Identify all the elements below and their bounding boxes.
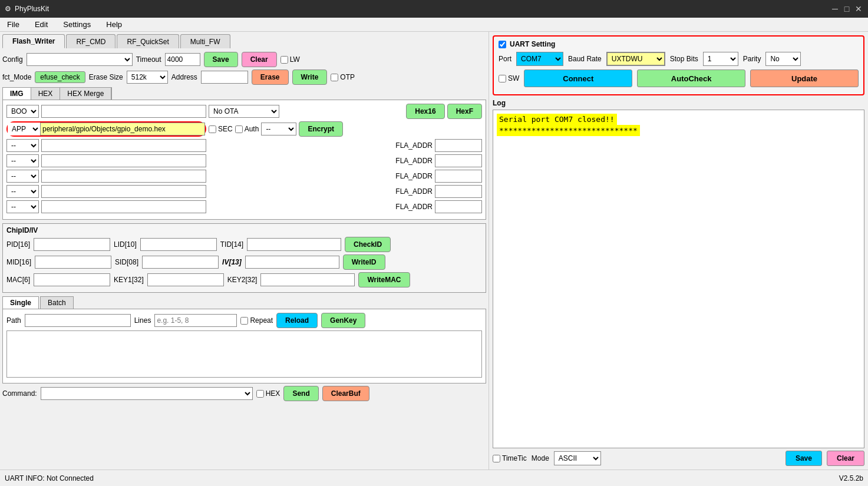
type-select-1[interactable]: BOO APP [6,105,39,118]
hex16-button[interactable]: Hex16 [406,104,444,119]
writeid-button[interactable]: WriteID [343,254,385,270]
type-select-5[interactable]: -- [6,170,39,183]
iv13-input[interactable] [245,256,339,269]
maximize-button[interactable]: □ [842,4,852,14]
type-select-6[interactable]: -- [6,185,39,198]
key2-input[interactable] [260,273,355,286]
tab-hex-merge[interactable]: HEX Merge [60,88,111,100]
single-path-input[interactable] [25,314,131,327]
writemac-button[interactable]: WriteMAC [358,272,410,287]
sec-checkbox[interactable] [209,125,216,133]
otp-checkbox[interactable] [331,74,338,81]
autocheck-button[interactable]: AutoCheck [637,70,745,87]
type-select-7[interactable]: -- [6,200,39,213]
tab-single[interactable]: Single [2,296,39,309]
otp-checkbox-label[interactable]: OTP [331,73,355,81]
auth-checkbox[interactable] [235,125,243,133]
checkid-button[interactable]: CheckID [345,237,391,252]
minimize-button[interactable]: ─ [830,4,840,14]
mode-select[interactable]: ASCII HEX [554,451,601,465]
mac-input[interactable] [34,273,110,286]
app-path-input[interactable]: peripheral/gpio/Objects/gpio_demo.hex [40,123,205,135]
single-textarea[interactable] [6,330,482,378]
clearbuf-button[interactable]: ClearBuf [322,386,369,401]
erase-button[interactable]: Erase [252,70,289,85]
mid-input[interactable] [35,256,111,269]
parity-select[interactable]: No Even Odd [765,52,801,66]
tab-hex[interactable]: HEX [31,88,61,100]
path-input-7[interactable] [41,200,206,213]
baud-select[interactable]: UXTDWU 115200 9600 [606,52,665,66]
lid-input[interactable] [140,238,217,251]
command-select[interactable] [41,387,253,400]
lw-checkbox-label[interactable]: LW [280,55,300,64]
menu-file[interactable]: File [2,19,24,30]
pid-input[interactable] [34,238,110,251]
ota-select[interactable]: No OTA OTA [209,105,279,118]
sw-checkbox[interactable] [499,75,506,82]
app-row-highlight: APP BOO peripheral/gpio/Objects/gpio_dem… [6,121,206,137]
sec-checkbox-label[interactable]: SEC [209,125,233,133]
timetic-checkbox-label[interactable]: TimeTic [493,454,527,462]
menu-settings[interactable]: Settings [58,19,95,30]
tab-rf-quickset[interactable]: RF_QuickSet [117,34,179,48]
erase-size-select[interactable]: 512k 256k 128k [127,71,168,84]
tab-multi-fw[interactable]: Multi_FW [180,34,230,48]
key1-input[interactable] [147,273,224,286]
port-select[interactable]: COM7 COM1 COM2 [516,52,563,66]
hex-checkbox-label[interactable]: HEX [256,389,280,398]
tab-flash-writer[interactable]: Flash_Writer [2,34,65,48]
addr-select-2[interactable]: -- [261,123,296,135]
log-save-button[interactable]: Save [786,451,822,466]
fla-addr-input-7[interactable] [435,200,482,213]
fla-addr-input-6[interactable] [435,185,482,198]
update-button[interactable]: Update [750,70,859,87]
type-select-2[interactable]: APP BOO [8,123,40,135]
log-clear-button[interactable]: Clear [827,451,864,466]
tab-img[interactable]: IMG [3,88,31,100]
fla-addr-input-3[interactable] [435,139,482,152]
path-input-5[interactable] [41,170,206,183]
tid-input[interactable] [247,238,341,251]
reload-button[interactable]: Reload [276,313,318,328]
lines-input[interactable] [154,314,237,327]
path-input-4[interactable] [41,154,206,167]
fla-addr-input-5[interactable] [435,170,482,183]
repeat-checkbox[interactable] [240,317,248,325]
hexf-button[interactable]: HexF [447,104,482,119]
auth-checkbox-label[interactable]: Auth [235,125,259,133]
tab-batch[interactable]: Batch [40,296,74,309]
repeat-checkbox-label[interactable]: Repeat [240,316,273,325]
connect-button[interactable]: Connect [524,70,632,87]
timetic-checkbox[interactable] [493,455,500,462]
clear-button[interactable]: Clear [242,52,277,67]
log-area[interactable]: Serial port COM7 closed!! **************… [493,110,864,448]
hex-checkbox[interactable] [256,390,264,398]
sid-input[interactable] [142,256,219,269]
lw-checkbox[interactable] [280,56,288,64]
close-button[interactable]: ✕ [854,4,863,14]
send-button[interactable]: Send [283,386,318,401]
sw-checkbox-label[interactable]: SW [499,74,519,82]
menu-help[interactable]: Help [101,19,127,30]
stopbits-select[interactable]: 1 2 [703,52,738,66]
config-select[interactable] [27,53,133,66]
timeout-input[interactable]: 4000 [165,53,200,66]
path-input-6[interactable] [41,185,206,198]
encrypt-button[interactable]: Encrypt [299,121,343,137]
genkey-button[interactable]: GenKey [321,313,365,328]
uart-checkbox[interactable] [499,41,506,48]
save-button[interactable]: Save [204,52,238,67]
sid-label: SID[08] [115,258,138,266]
address-input[interactable] [201,71,248,84]
path-input-1[interactable] [41,105,206,118]
write-button[interactable]: Write [292,70,328,85]
type-select-3[interactable]: -- [6,139,39,152]
key1-label: KEY1[32] [114,276,144,284]
fla-addr-label-3: FLA_ADDR [395,141,433,150]
type-select-4[interactable]: -- [6,154,39,167]
fla-addr-input-4[interactable] [435,154,482,167]
path-input-3[interactable] [41,139,206,152]
tab-rf-cmd[interactable]: RF_CMD [66,34,115,48]
menu-edit[interactable]: Edit [30,19,52,30]
